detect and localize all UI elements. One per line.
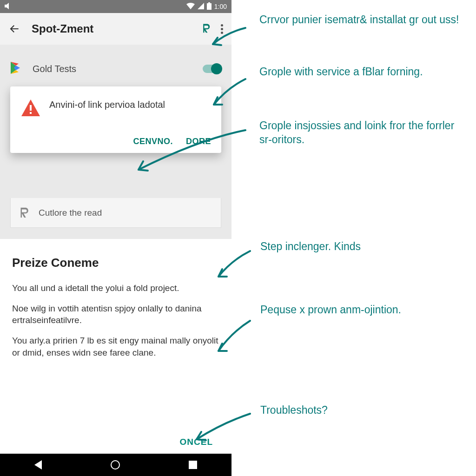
nav-recent-icon[interactable] — [189, 461, 197, 469]
annotation-6: Troubleshots? — [260, 403, 328, 417]
svg-rect-0 — [207, 3, 212, 10]
setting-label: Gold Tests — [33, 64, 203, 74]
annotation-1: Crrvor punier isematr& installat gr out … — [259, 13, 459, 27]
annotation-panel: Crrvor punier isematr& installat gr out … — [231, 0, 476, 476]
annotation-2: Grople with service a fBlar forning. — [259, 65, 423, 79]
volume-icon — [5, 3, 12, 11]
list-item-cutlore[interactable]: Cutlore the read — [10, 198, 221, 228]
sheet-paragraph-3: You arly.a pririen 7 lb es sit engy main… — [12, 335, 219, 358]
svg-rect-1 — [208, 2, 210, 3]
toggle-switch[interactable] — [203, 65, 221, 73]
arrow-icon — [213, 246, 255, 284]
warning-icon — [20, 99, 41, 117]
play-store-icon — [10, 61, 22, 76]
sheet-title: Preize Coneme — [12, 256, 219, 270]
cell-signal-icon — [198, 3, 204, 11]
sheet-paragraph-1: You all und a idetall the yolui a fold p… — [12, 282, 219, 294]
arrow-icon — [213, 316, 255, 358]
app-bar: Spot-Zment — [0, 13, 231, 45]
annotation-5: Pequse x prown anm-ojintion. — [260, 303, 401, 317]
wifi-icon — [186, 3, 195, 11]
item-icon — [17, 206, 31, 220]
nav-back-icon[interactable] — [34, 460, 42, 469]
setting-row-gold-tests[interactable]: Gold Tests — [0, 55, 231, 83]
arrow-icon — [208, 74, 250, 112]
list-item-label: Cutlore the read — [39, 208, 102, 218]
clock-text: 1:00 — [214, 3, 227, 10]
arrow-icon — [190, 409, 255, 446]
annotation-4: Step inclenger. Kinds — [260, 240, 361, 254]
back-icon[interactable] — [8, 23, 20, 35]
svg-rect-2 — [30, 105, 32, 111]
annotation-3: Grople insjossies and loink fror the for… — [259, 119, 459, 147]
status-bar: 1:00 — [0, 0, 231, 13]
android-nav-bar — [0, 454, 231, 476]
arrow-icon — [208, 23, 250, 51]
battery-icon — [207, 2, 212, 11]
nav-home-icon[interactable] — [111, 460, 120, 469]
arrow-icon — [129, 126, 250, 177]
dialog-message: Anvini-of link pervioa ladotal — [49, 99, 165, 117]
sheet-paragraph-2: Noe wilg in vottih atentisn spjoy onlall… — [12, 303, 219, 326]
page-title: Spot-Zment — [32, 22, 192, 35]
svg-rect-3 — [30, 112, 32, 114]
phone-frame: 1:00 Spot-Zment Gold Tests — [0, 0, 231, 476]
